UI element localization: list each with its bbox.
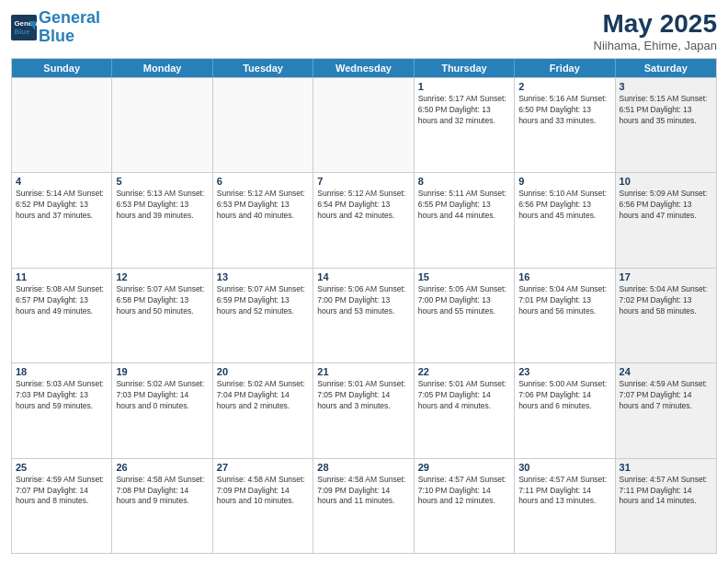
day-info: Sunrise: 5:14 AM Sunset: 6:52 PM Dayligh…: [16, 189, 108, 222]
day-info: Sunrise: 5:07 AM Sunset: 6:58 PM Dayligh…: [116, 284, 208, 317]
location: Niihama, Ehime, Japan: [594, 39, 717, 52]
day-number: 8: [418, 176, 510, 187]
day-info: Sunrise: 5:10 AM Sunset: 6:56 PM Dayligh…: [518, 189, 610, 222]
day-cell: 14Sunrise: 5:06 AM Sunset: 7:00 PM Dayli…: [313, 269, 414, 362]
day-headers: SundayMondayTuesdayWednesdayThursdayFrid…: [12, 59, 716, 77]
day-cell: 1Sunrise: 5:17 AM Sunset: 6:50 PM Daylig…: [415, 78, 515, 172]
day-info: Sunrise: 5:12 AM Sunset: 6:54 PM Dayligh…: [317, 189, 409, 222]
day-cell: 25Sunrise: 4:59 AM Sunset: 7:07 PM Dayli…: [12, 459, 112, 553]
day-number: 9: [518, 176, 610, 187]
title-block: May 2025 Niihama, Ehime, Japan: [594, 9, 717, 52]
day-info: Sunrise: 5:01 AM Sunset: 7:05 PM Dayligh…: [317, 379, 409, 412]
day-cell: 13Sunrise: 5:07 AM Sunset: 6:59 PM Dayli…: [213, 269, 313, 362]
day-info: Sunrise: 4:57 AM Sunset: 7:11 PM Dayligh…: [620, 475, 712, 508]
day-number: 11: [16, 271, 108, 282]
day-number: 25: [16, 462, 108, 473]
day-info: Sunrise: 5:04 AM Sunset: 7:02 PM Dayligh…: [620, 284, 712, 317]
day-info: Sunrise: 5:04 AM Sunset: 7:01 PM Dayligh…: [518, 284, 610, 317]
day-cell: 7Sunrise: 5:12 AM Sunset: 6:54 PM Daylig…: [313, 173, 414, 267]
day-info: Sunrise: 4:57 AM Sunset: 7:10 PM Dayligh…: [418, 475, 510, 508]
day-cell: 20Sunrise: 5:02 AM Sunset: 7:04 PM Dayli…: [213, 363, 313, 457]
day-info: Sunrise: 4:58 AM Sunset: 7:09 PM Dayligh…: [217, 475, 309, 508]
day-info: Sunrise: 5:01 AM Sunset: 7:05 PM Dayligh…: [418, 379, 510, 412]
day-number: 13: [217, 271, 309, 282]
day-number: 30: [518, 462, 610, 473]
day-cell: 5Sunrise: 5:13 AM Sunset: 6:53 PM Daylig…: [112, 173, 212, 267]
day-number: 1: [418, 81, 510, 92]
logo-text: GeneralBlue: [39, 9, 100, 46]
day-info: Sunrise: 5:17 AM Sunset: 6:50 PM Dayligh…: [418, 94, 510, 127]
day-cell: 31Sunrise: 4:57 AM Sunset: 7:11 PM Dayli…: [616, 459, 716, 553]
day-info: Sunrise: 4:57 AM Sunset: 7:11 PM Dayligh…: [518, 475, 610, 508]
day-header-saturday: Saturday: [616, 59, 716, 77]
day-cell: 2Sunrise: 5:16 AM Sunset: 6:50 PM Daylig…: [515, 78, 615, 172]
day-cell: 17Sunrise: 5:04 AM Sunset: 7:02 PM Dayli…: [616, 269, 716, 362]
day-cell: 21Sunrise: 5:01 AM Sunset: 7:05 PM Dayli…: [313, 363, 414, 457]
logo: General Blue GeneralBlue: [11, 9, 100, 46]
day-cell: 29Sunrise: 4:57 AM Sunset: 7:10 PM Dayli…: [415, 459, 515, 553]
day-cell: 19Sunrise: 5:02 AM Sunset: 7:03 PM Dayli…: [112, 363, 212, 457]
calendar: SundayMondayTuesdayWednesdayThursdayFrid…: [11, 58, 717, 554]
day-cell: 10Sunrise: 5:09 AM Sunset: 6:56 PM Dayli…: [616, 173, 716, 267]
day-number: 26: [116, 462, 208, 473]
day-cell: 28Sunrise: 4:58 AM Sunset: 7:09 PM Dayli…: [313, 459, 414, 553]
day-header-sunday: Sunday: [12, 59, 112, 77]
day-header-monday: Monday: [112, 59, 212, 77]
day-cell: 6Sunrise: 5:12 AM Sunset: 6:53 PM Daylig…: [213, 173, 313, 267]
day-cell: 11Sunrise: 5:08 AM Sunset: 6:57 PM Dayli…: [12, 269, 112, 362]
page-container: General Blue GeneralBlue May 2025 Niiham…: [0, 0, 728, 563]
day-number: 16: [518, 271, 610, 282]
day-info: Sunrise: 5:02 AM Sunset: 7:03 PM Dayligh…: [116, 379, 208, 412]
day-info: Sunrise: 4:59 AM Sunset: 7:07 PM Dayligh…: [16, 475, 108, 508]
day-number: 31: [620, 462, 712, 473]
week-rows: 1Sunrise: 5:17 AM Sunset: 6:50 PM Daylig…: [12, 77, 716, 553]
day-cell: 24Sunrise: 4:59 AM Sunset: 7:07 PM Dayli…: [616, 363, 716, 457]
day-number: 3: [620, 81, 712, 92]
day-number: 29: [418, 462, 510, 473]
day-header-tuesday: Tuesday: [213, 59, 313, 77]
day-number: 5: [116, 176, 208, 187]
day-cell: [112, 78, 212, 172]
day-cell: 15Sunrise: 5:05 AM Sunset: 7:00 PM Dayli…: [415, 269, 515, 362]
day-number: 4: [16, 176, 108, 187]
day-number: 15: [418, 271, 510, 282]
week-row-3: 18Sunrise: 5:03 AM Sunset: 7:03 PM Dayli…: [12, 362, 716, 457]
day-number: 12: [116, 271, 208, 282]
day-number: 21: [317, 366, 409, 377]
day-info: Sunrise: 4:59 AM Sunset: 7:07 PM Dayligh…: [620, 379, 712, 412]
logo-icon: General Blue: [11, 15, 37, 40]
day-cell: [313, 78, 414, 172]
day-info: Sunrise: 5:07 AM Sunset: 6:59 PM Dayligh…: [217, 284, 309, 317]
day-info: Sunrise: 5:15 AM Sunset: 6:51 PM Dayligh…: [620, 94, 712, 127]
day-info: Sunrise: 5:05 AM Sunset: 7:00 PM Dayligh…: [418, 284, 510, 317]
day-number: 6: [217, 176, 309, 187]
week-row-2: 11Sunrise: 5:08 AM Sunset: 6:57 PM Dayli…: [12, 268, 716, 362]
day-number: 17: [620, 271, 712, 282]
day-cell: [213, 78, 313, 172]
day-number: 24: [620, 366, 712, 377]
day-cell: 30Sunrise: 4:57 AM Sunset: 7:11 PM Dayli…: [515, 459, 615, 553]
month-title: May 2025: [594, 9, 717, 39]
day-number: 7: [317, 176, 409, 187]
day-info: Sunrise: 5:08 AM Sunset: 6:57 PM Dayligh…: [16, 284, 108, 317]
day-info: Sunrise: 4:58 AM Sunset: 7:08 PM Dayligh…: [116, 475, 208, 508]
day-number: 28: [317, 462, 409, 473]
day-number: 18: [16, 366, 108, 377]
day-cell: 18Sunrise: 5:03 AM Sunset: 7:03 PM Dayli…: [12, 363, 112, 457]
day-info: Sunrise: 4:58 AM Sunset: 7:09 PM Dayligh…: [317, 475, 409, 508]
day-number: 22: [418, 366, 510, 377]
day-cell: 16Sunrise: 5:04 AM Sunset: 7:01 PM Dayli…: [515, 269, 615, 362]
day-info: Sunrise: 5:11 AM Sunset: 6:55 PM Dayligh…: [418, 189, 510, 222]
day-number: 19: [116, 366, 208, 377]
day-info: Sunrise: 5:00 AM Sunset: 7:06 PM Dayligh…: [518, 379, 610, 412]
svg-text:Blue: Blue: [15, 28, 31, 36]
day-cell: 8Sunrise: 5:11 AM Sunset: 6:55 PM Daylig…: [415, 173, 515, 267]
day-info: Sunrise: 5:13 AM Sunset: 6:53 PM Dayligh…: [116, 189, 208, 222]
day-header-wednesday: Wednesday: [313, 59, 414, 77]
day-cell: 27Sunrise: 4:58 AM Sunset: 7:09 PM Dayli…: [213, 459, 313, 553]
day-number: 2: [518, 81, 610, 92]
page-header: General Blue GeneralBlue May 2025 Niiham…: [11, 9, 717, 52]
day-cell: 9Sunrise: 5:10 AM Sunset: 6:56 PM Daylig…: [515, 173, 615, 267]
day-info: Sunrise: 5:12 AM Sunset: 6:53 PM Dayligh…: [217, 189, 309, 222]
day-cell: 23Sunrise: 5:00 AM Sunset: 7:06 PM Dayli…: [515, 363, 615, 457]
